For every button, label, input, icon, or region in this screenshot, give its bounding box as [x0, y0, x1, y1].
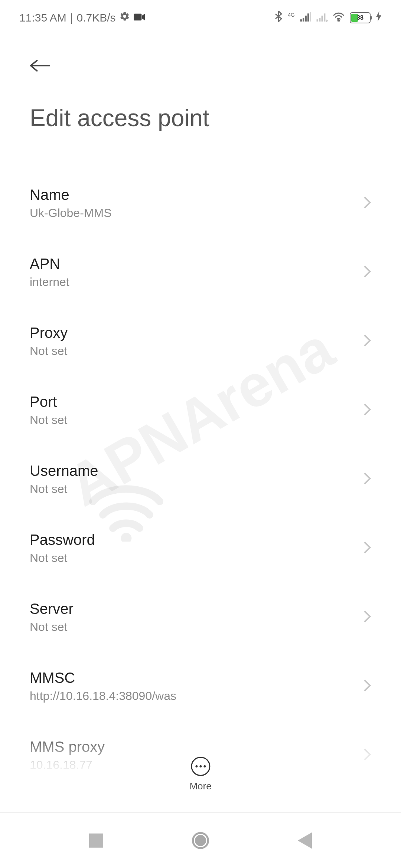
camera-icon	[134, 11, 146, 24]
item-value: Not set	[30, 551, 95, 565]
item-label: Proxy	[30, 325, 68, 341]
status-bar: 11:35 AM | 0.7KB/s 4G ✕ 38	[0, 0, 401, 32]
chevron-right-icon	[363, 541, 371, 556]
nav-home-button[interactable]	[192, 832, 209, 849]
charging-icon	[376, 11, 382, 24]
signal-icon-1	[300, 11, 311, 24]
item-label: MMSC	[30, 670, 176, 686]
chevron-right-icon	[363, 334, 371, 349]
item-value: Not set	[30, 344, 68, 358]
item-value: Not set	[30, 620, 74, 634]
status-right: 4G ✕ 38	[274, 10, 382, 25]
list-item-apn[interactable]: APN internet	[0, 238, 401, 307]
chevron-right-icon	[363, 610, 371, 625]
item-value: http://10.16.18.4:38090/was	[30, 689, 176, 703]
system-nav-bar	[0, 812, 401, 868]
item-label: APN	[30, 256, 69, 272]
nav-recent-button[interactable]	[89, 834, 103, 848]
svg-rect-1	[134, 13, 141, 20]
list-item-username[interactable]: Username Not set	[0, 445, 401, 514]
item-label: Port	[30, 394, 67, 410]
item-label: Name	[30, 187, 111, 203]
page-title: Edit access point	[30, 104, 371, 132]
battery-icon: 38	[350, 12, 371, 23]
wifi-icon	[333, 11, 345, 24]
more-label: More	[189, 780, 211, 792]
item-value: Uk-Globe-MMS	[30, 206, 111, 220]
svg-rect-4	[305, 16, 307, 22]
status-separator: |	[70, 11, 73, 24]
svg-rect-5	[307, 13, 309, 22]
list-item-mmsc[interactable]: MMSC http://10.16.18.4:38090/was	[0, 652, 401, 721]
item-value: Not set	[30, 482, 98, 496]
signal-4g-label: 4G	[288, 12, 295, 18]
list-item-password[interactable]: Password Not set	[0, 514, 401, 583]
list-item-server[interactable]: Server Not set	[0, 583, 401, 652]
more-button[interactable]: More	[189, 757, 211, 792]
battery-percent: 38	[357, 14, 363, 21]
signal-icon-2: ✕	[316, 11, 327, 24]
status-time: 11:35 AM	[19, 11, 66, 24]
chevron-right-icon	[363, 472, 371, 487]
chevron-right-icon	[363, 403, 371, 418]
svg-rect-9	[322, 16, 323, 22]
svg-rect-3	[303, 17, 304, 21]
list-item-proxy[interactable]: Proxy Not set	[0, 307, 401, 376]
chevron-right-icon	[363, 196, 371, 211]
item-label: Password	[30, 532, 95, 548]
svg-rect-7	[317, 19, 318, 22]
settings-list: Name Uk-Globe-MMS APN internet Proxy Not…	[0, 147, 401, 790]
chevron-right-icon	[363, 748, 371, 763]
svg-text:✕: ✕	[325, 18, 327, 21]
nav-back-button[interactable]	[298, 832, 312, 849]
gear-icon	[120, 11, 130, 24]
svg-rect-8	[319, 17, 320, 21]
item-value: internet	[30, 275, 69, 289]
item-label: Username	[30, 463, 98, 479]
item-value: 10.16.18.77	[30, 758, 105, 772]
status-speed: 0.7KB/s	[77, 11, 116, 24]
item-label: Server	[30, 601, 74, 617]
list-item-port[interactable]: Port Not set	[0, 376, 401, 445]
more-icon	[191, 757, 210, 776]
header: Edit access point	[0, 32, 401, 147]
back-button[interactable]	[30, 55, 50, 78]
svg-rect-6	[310, 12, 311, 22]
bluetooth-icon	[274, 10, 283, 25]
list-item-name[interactable]: Name Uk-Globe-MMS	[0, 169, 401, 238]
item-value: Not set	[30, 413, 67, 427]
status-left: 11:35 AM | 0.7KB/s	[19, 11, 146, 24]
chevron-right-icon	[363, 679, 371, 694]
item-label: MMS proxy	[30, 739, 105, 755]
svg-point-12	[338, 20, 339, 21]
svg-rect-2	[300, 19, 302, 22]
chevron-right-icon	[363, 265, 371, 280]
